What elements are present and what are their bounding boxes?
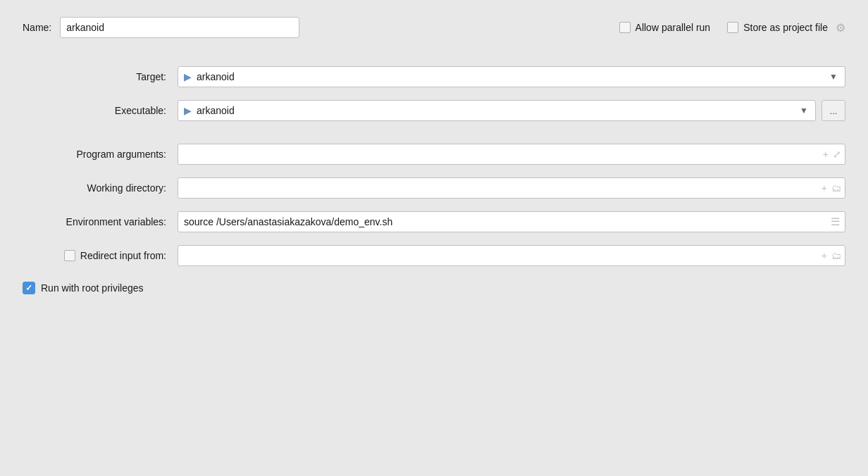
program-arguments-field-wrapper: + ⤢ xyxy=(178,144,845,165)
working-directory-input[interactable] xyxy=(178,177,845,199)
executable-select-wrapper: ▶ arkanoid ▼ xyxy=(178,100,816,121)
program-arguments-input[interactable] xyxy=(178,144,845,165)
executable-arrow-icon: ▼ xyxy=(800,106,808,115)
target-arrow-icon: ▼ xyxy=(829,72,838,82)
working-directory-row: Working directory: + 🗂 xyxy=(23,177,845,199)
executable-row: Executable: ▶ arkanoid ▼ ... xyxy=(23,100,845,121)
working-directory-field-wrapper: + 🗂 xyxy=(178,177,845,199)
redirect-label: Redirect input from: xyxy=(80,250,166,261)
working-dir-folder-icon[interactable]: 🗂 xyxy=(831,182,841,194)
executable-dropdown[interactable]: ▶ arkanoid ▼ xyxy=(178,100,816,121)
redirect-folder-icon[interactable]: 🗂 xyxy=(831,250,841,261)
name-input[interactable] xyxy=(60,17,299,38)
env-list-icon[interactable]: ☰ xyxy=(831,215,840,228)
root-privileges-label: Run with root privileges xyxy=(41,282,144,294)
working-directory-actions: + 🗂 xyxy=(822,182,841,194)
store-project-label: Store as project file xyxy=(743,22,828,33)
program-arguments-actions: + ⤢ xyxy=(823,149,841,160)
allow-parallel-label: Allow parallel run xyxy=(636,22,711,33)
working-directory-content: + 🗂 xyxy=(178,177,845,199)
env-variables-input[interactable] xyxy=(178,211,845,232)
executable-value: arkanoid xyxy=(197,105,235,116)
target-row: Target: ▶ arkanoid ▼ xyxy=(23,66,845,87)
working-dir-plus-icon[interactable]: + xyxy=(822,182,827,194)
program-arguments-label: Program arguments: xyxy=(23,149,178,160)
allow-parallel-item: Allow parallel run xyxy=(619,22,711,33)
name-row: Name: Allow parallel run Store as projec… xyxy=(23,17,845,38)
expand-icon[interactable]: ⤢ xyxy=(833,149,841,160)
target-content: ▶ arkanoid ▼ xyxy=(178,66,845,87)
redirect-input-row: Redirect input from: + 🗂 xyxy=(23,245,845,266)
redirect-field-wrapper: + 🗂 xyxy=(178,245,845,266)
program-arguments-row: Program arguments: + ⤢ xyxy=(23,144,845,165)
redirect-input[interactable] xyxy=(178,245,845,266)
executable-play-icon: ▶ xyxy=(184,106,191,116)
name-label: Name: xyxy=(23,22,51,33)
target-value: arkanoid xyxy=(197,71,235,82)
gear-icon[interactable]: ⚙ xyxy=(836,21,845,35)
redirect-label-wrapper: Redirect input from: xyxy=(23,250,178,261)
env-variables-content: ☰ xyxy=(178,211,845,232)
env-variables-field-wrapper: ☰ xyxy=(178,211,845,232)
allow-parallel-checkbox[interactable] xyxy=(619,22,631,33)
executable-browse-button[interactable]: ... xyxy=(822,100,845,121)
program-arguments-content: + ⤢ xyxy=(178,144,845,165)
working-directory-label: Working directory: xyxy=(23,182,178,194)
redirect-actions: + 🗂 xyxy=(822,250,841,261)
executable-label: Executable: xyxy=(23,105,178,116)
env-variables-row: Environment variables: ☰ xyxy=(23,211,845,232)
store-project-item: Store as project file ⚙ xyxy=(727,21,845,35)
target-dropdown[interactable]: ▶ arkanoid ▼ xyxy=(178,66,845,87)
target-select-wrapper: ▶ arkanoid ▼ xyxy=(178,66,845,87)
target-play-icon: ▶ xyxy=(184,72,191,82)
redirect-plus-icon[interactable]: + xyxy=(822,250,827,261)
redirect-checkbox[interactable] xyxy=(64,250,75,261)
root-privileges-row: Run with root privileges xyxy=(23,282,845,294)
target-label: Target: xyxy=(23,71,178,82)
plus-icon[interactable]: + xyxy=(823,149,829,160)
env-variables-label: Environment variables: xyxy=(23,216,178,227)
executable-content: ▶ arkanoid ▼ ... xyxy=(178,100,845,121)
redirect-content: + 🗂 xyxy=(178,245,845,266)
root-privileges-checkbox[interactable] xyxy=(23,282,35,294)
run-config-form: Name: Allow parallel run Store as projec… xyxy=(23,17,845,294)
store-project-checkbox[interactable] xyxy=(727,22,738,33)
checkbox-group: Allow parallel run Store as project file… xyxy=(619,21,845,35)
